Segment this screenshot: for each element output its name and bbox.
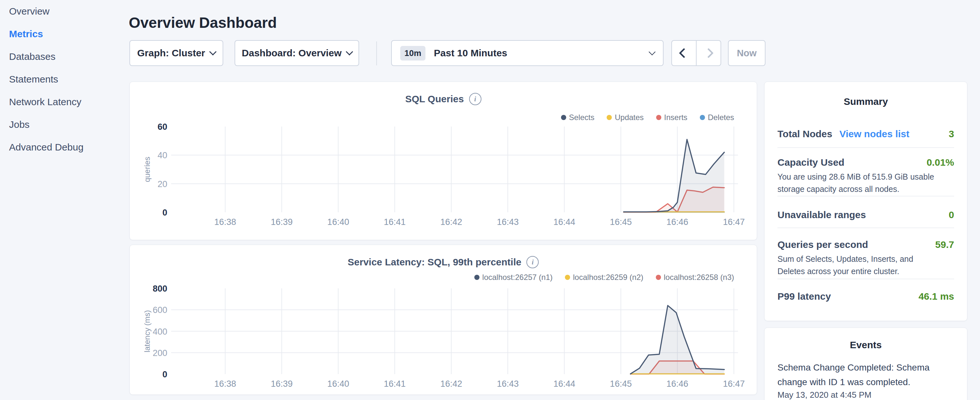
summary-value: 46.1 ms [918,291,954,302]
time-range-badge: 10m [400,46,425,61]
legend-dot-icon [474,275,479,280]
dashboard-selector-label: Dashboard: Overview [242,48,341,59]
chevron-down-icon [649,48,655,55]
sidebar-nav: Overview Metrics Databases Statements Ne… [9,0,119,159]
time-back-button[interactable] [672,41,696,65]
chart-title-text: Service Latency: SQL, 99th percentile [348,257,522,268]
sidebar-item-databases[interactable]: Databases [9,45,119,68]
graph-selector-dropdown[interactable]: Graph: Cluster [129,40,223,66]
info-icon[interactable]: i [527,256,539,268]
legend-label: localhost:26257 (n1) [482,273,553,282]
sidebar-item-statements[interactable]: Statements [9,68,119,91]
time-forward-button[interactable] [696,41,721,65]
time-nav-arrows [671,40,721,66]
legend-label: localhost:26258 (n3) [664,273,734,282]
overview-dashboard-page: { "sidebar": { "items": [ {"label": "Ove… [0,0,980,400]
chevron-down-icon [209,48,217,56]
service-latency-chart-card: Service Latency: SQL, 99th percentile i … [129,245,757,395]
svg-text:16:45: 16:45 [610,379,632,389]
svg-text:16:41: 16:41 [384,379,406,389]
summary-label: Total Nodes [778,129,832,139]
svg-text:0: 0 [162,370,167,379]
svg-text:600: 600 [153,305,167,315]
chevron-left-icon [679,48,689,58]
sidebar-item-overview[interactable]: Overview [9,0,119,23]
svg-text:40: 40 [158,150,167,160]
summary-label: Unavailable ranges [778,209,866,220]
svg-text:400: 400 [153,327,167,336]
svg-text:latency (ms): latency (ms) [143,310,151,352]
divider [778,228,954,228]
svg-text:16:39: 16:39 [271,217,293,227]
time-range-selector[interactable]: 10m Past 10 Minutes [391,40,663,66]
svg-text:16:43: 16:43 [497,217,519,227]
svg-text:16:38: 16:38 [214,217,236,227]
sql-queries-chart-card: SQL Queries i SelectsUpdatesInsertsDelet… [129,81,757,240]
controls-divider [376,41,377,65]
summary-row-unavailable-ranges: Unavailable ranges 0 [778,209,954,220]
legend-dot-icon [561,115,566,120]
chevron-right-icon [703,48,713,58]
chart-title-text: SQL Queries [405,94,464,105]
summary-value: 59.7 [935,239,954,250]
sidebar-item-jobs[interactable]: Jobs [9,113,119,136]
divider [778,147,954,148]
sidebar-item-advanced-debug[interactable]: Advanced Debug [9,136,119,159]
svg-text:16:47: 16:47 [723,217,745,227]
event-message[interactable]: Schema Change Completed: Schema change w… [778,360,931,389]
svg-text:16:41: 16:41 [384,217,406,227]
svg-text:16:45: 16:45 [610,217,632,227]
chevron-down-icon [345,48,353,56]
svg-text:800: 800 [153,284,167,293]
summary-label: P99 latency [778,291,831,302]
svg-text:20: 20 [158,179,167,189]
summary-row-capacity-used: Capacity Used 0.01% [778,157,954,168]
svg-text:16:46: 16:46 [667,217,689,227]
svg-text:16:44: 16:44 [553,217,575,227]
svg-text:16:43: 16:43 [497,379,519,389]
summary-label: Capacity Used [778,157,845,168]
svg-text:60: 60 [158,122,167,132]
divider [778,279,954,279]
summary-value: 3 [949,129,954,139]
event-timestamp: May 13, 2020 at 4:45 PM [778,390,872,400]
summary-value: 0 [949,209,954,220]
info-icon[interactable]: i [469,93,481,105]
summary-panel: Summary Total Nodes View nodes list 3 Ca… [764,81,967,321]
legend-label: localhost:26259 (n2) [573,273,643,282]
summary-value: 0.01% [927,157,954,168]
legend-dot-icon [656,275,661,280]
graph-selector-label: Graph: Cluster [137,48,205,59]
dashboard-selector-dropdown[interactable]: Dashboard: Overview [235,40,359,66]
summary-row-p99-latency: P99 latency 46.1 ms [778,291,954,302]
svg-text:16:42: 16:42 [440,217,462,227]
svg-text:16:42: 16:42 [440,379,462,389]
svg-text:16:47: 16:47 [723,379,745,389]
legend-dot-icon [565,275,570,280]
legend-item: localhost:26257 (n1) [474,273,553,282]
page-title: Overview Dashboard [129,14,277,31]
events-panel: Events Schema Change Completed: Schema c… [764,328,967,400]
time-range-label: Past 10 Minutes [434,48,507,59]
summary-description: You are using 28.6 MiB of 515.9 GiB usab… [778,171,941,195]
summary-row-queries-per-second: Queries per second 59.7 [778,239,954,250]
legend-dot-icon [656,115,661,120]
sidebar-item-network-latency[interactable]: Network Latency [9,91,119,113]
legend-item: localhost:26258 (n3) [656,273,734,282]
svg-text:16:40: 16:40 [328,379,349,389]
sql-queries-plot[interactable]: 16:3816:3916:4016:4116:4216:4316:4416:45… [136,120,751,233]
summary-description: Sum of Selects, Updates, Inserts, and De… [778,253,941,277]
legend-item: localhost:26259 (n2) [565,273,643,282]
svg-text:16:40: 16:40 [328,217,349,227]
sidebar-item-metrics[interactable]: Metrics [9,23,119,45]
legend-dot-icon [700,115,705,120]
legend-dot-icon [607,115,612,120]
svg-text:queries: queries [143,157,151,182]
summary-row-total-nodes: Total Nodes View nodes list 3 [778,129,954,139]
view-nodes-list-link[interactable]: View nodes list [839,129,909,139]
service-latency-plot[interactable]: 16:3816:3916:4016:4116:4216:4316:4416:45… [136,282,751,395]
chart-title: SQL Queries i [130,93,757,105]
chart-legend: localhost:26257 (n1)localhost:26259 (n2)… [474,273,734,282]
now-button[interactable]: Now [728,40,765,66]
summary-label: Queries per second [778,239,868,250]
